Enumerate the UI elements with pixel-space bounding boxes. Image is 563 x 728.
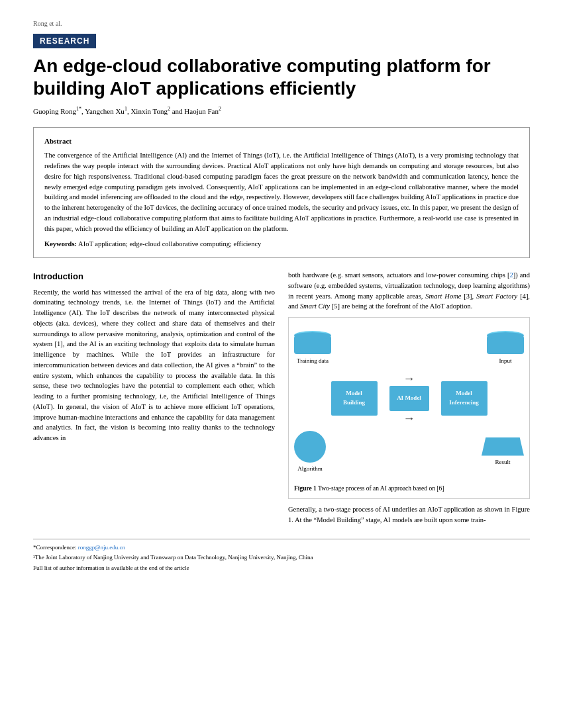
training-data-label: Training data <box>297 357 329 366</box>
footnote-correspondence: *Correspondence: ronggp@nju.edu.cn <box>33 543 530 553</box>
research-banner: RESEARCH <box>33 34 96 48</box>
figure-box: Training data Input ModelBuilding <box>288 317 530 499</box>
authors-line: Guoping Rong1*, Yangchen Xu1, Xinxin Ton… <box>33 106 530 115</box>
algorithm-circle <box>294 431 326 463</box>
input-label: Input <box>499 357 512 366</box>
cylinder-top-left <box>294 331 331 340</box>
abstract-title: Abstract <box>44 136 519 147</box>
model-building-box: ModelBuilding <box>331 381 378 416</box>
cylinder-top-right <box>487 331 524 340</box>
result-label: Result <box>495 458 510 467</box>
introduction-title: Introduction <box>33 270 275 283</box>
result-trapezoid <box>482 437 524 456</box>
top-author: Rong et al. <box>33 20 530 27</box>
abstract-text: The convergence of the Artificial Intell… <box>44 150 519 234</box>
abstract-box: Abstract The convergence of the Artifici… <box>33 127 530 258</box>
ref-2-link[interactable]: 2 <box>510 271 513 279</box>
figure-caption: Figure 1 Two-stage process of an AI appr… <box>294 484 524 493</box>
right-col-text2: Generally, a two-stage process of AI und… <box>288 504 530 525</box>
author-1: Guoping Rong <box>33 107 76 115</box>
footnote-affiliation2: Full list of author information is avail… <box>33 564 530 573</box>
author-1-sup: 1* <box>76 106 81 112</box>
arrow-right-2: → <box>403 412 415 424</box>
author-2: Yangchen Xu <box>85 107 125 115</box>
introduction-text: Recently, the world has witnessed the ar… <box>33 287 275 443</box>
author-3-sup: 2 <box>168 106 170 112</box>
algorithm-label: Algorithm <box>297 465 323 474</box>
author-4-sup: 2 <box>219 106 221 112</box>
author-2-sup: 1 <box>125 106 127 112</box>
model-inferencing-box: ModelInferencing <box>441 381 487 416</box>
ai-model-box: AI Model <box>389 386 429 411</box>
arrow-right-1: → <box>403 373 415 385</box>
keywords-label: Keywords: <box>44 240 77 248</box>
keywords-line: Keywords: AIoT application; edge-cloud c… <box>44 239 519 250</box>
main-title: An edge-cloud collaborative computing pl… <box>33 55 530 99</box>
email-link[interactable]: ronggp@nju.edu.cn <box>78 544 125 551</box>
author-4: Haojun Fan <box>184 107 219 115</box>
footnotes-section: *Correspondence: ronggp@nju.edu.cn ¹The … <box>33 539 530 573</box>
right-col-text1: both hardware (e.g. smart sensors, actua… <box>288 270 530 312</box>
keywords-text: AIoT application; edge-cloud collaborati… <box>78 240 261 248</box>
footnote-affiliation1: ¹The Joint Laboratory of Nanjing Univers… <box>33 553 530 563</box>
author-3: Xinxin Tong <box>130 107 168 115</box>
